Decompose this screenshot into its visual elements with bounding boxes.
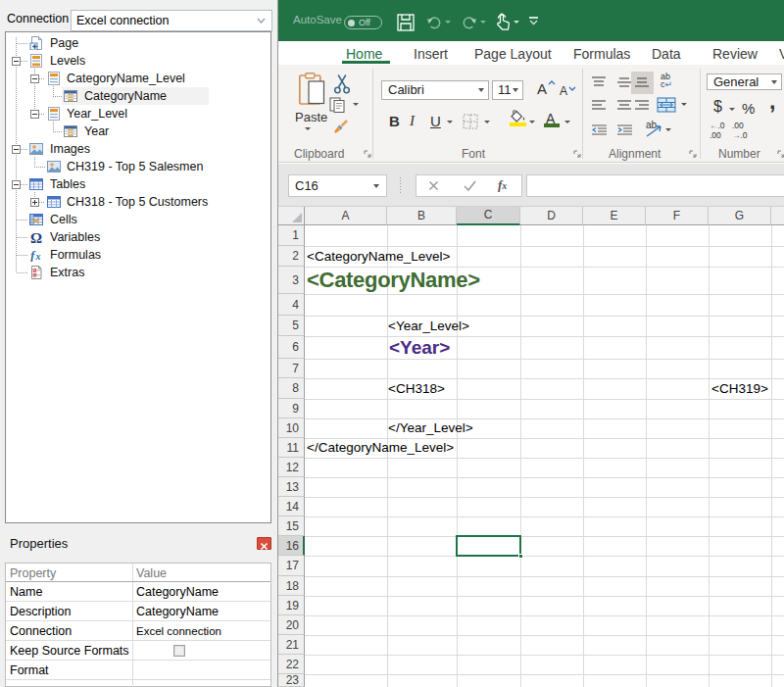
svg-text:x: x: [35, 251, 41, 262]
svg-text:Ω: Ω: [30, 230, 42, 244]
